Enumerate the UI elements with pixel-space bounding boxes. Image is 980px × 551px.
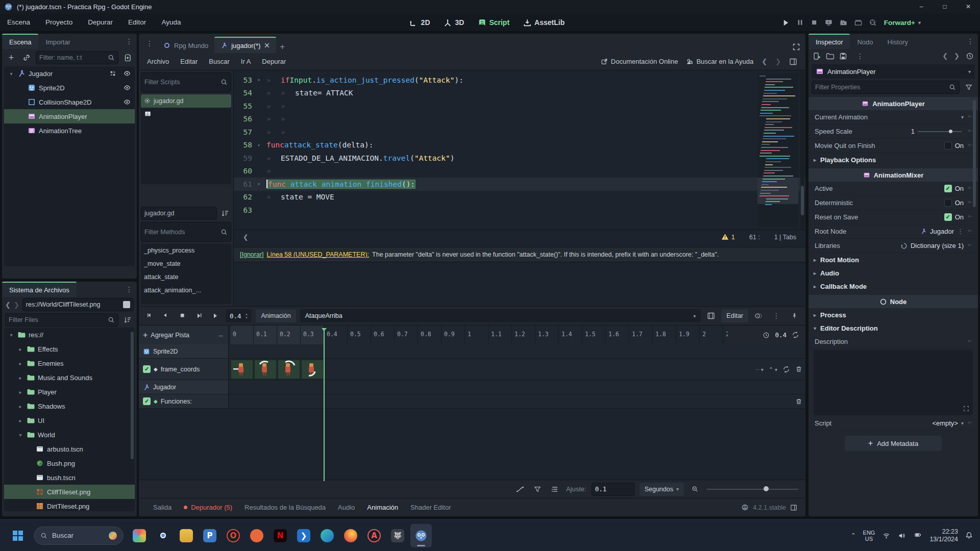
file-effects[interactable]: ▸Effects [4, 342, 135, 356]
code-scrollbar[interactable] [800, 70, 804, 230]
minimize-button[interactable]: – [910, 0, 933, 13]
add-node-button[interactable]: + [5, 52, 17, 64]
code-line-54[interactable]: 54»»state= ATTACK [234, 87, 805, 100]
method-item-attack_animation_[interactable]: attack_animation_... [141, 284, 231, 297]
play-scene-button[interactable] [840, 19, 847, 27]
loop-wrap-dropdown[interactable] [782, 365, 790, 373]
play-from-start-button[interactable] [193, 310, 205, 322]
script-tab-rpg-mundo[interactable]: Rpg Mundo [157, 37, 214, 53]
node-assign-menu-icon[interactable]: ⋮ [957, 228, 964, 235]
track-framecoords[interactable]: ✓◆frame_coords ·· ▾ ⌃ ▾ [139, 359, 805, 380]
expand-icon[interactable] [963, 406, 970, 412]
animation-name-dropdown[interactable]: AtaqueArriba ▾ [300, 309, 701, 322]
track-sprite2d[interactable]: Sprite2D [139, 344, 805, 359]
file-enemies[interactable]: ▸Enemies [4, 356, 135, 370]
bottom-tab-salida[interactable]: Salida [147, 498, 178, 516]
code-line-63[interactable]: 63 [234, 204, 805, 217]
property-filter-menu-icon[interactable] [963, 81, 975, 93]
stop-animation-button[interactable] [177, 310, 189, 322]
code-line-58[interactable]: 58▾func attack_state(delta): [234, 139, 805, 152]
taskbar-app-file-explorer[interactable] [176, 524, 197, 547]
group-process[interactable]: ▸Process [808, 308, 978, 321]
inspector-scrollbar[interactable] [973, 95, 977, 551]
interpolation-mode-dropdown[interactable]: ⌃ ▾ [769, 366, 777, 372]
property-deterministic[interactable]: DeterministicOn [808, 196, 978, 210]
method-item-_move_state[interactable]: _move_state [141, 257, 231, 270]
taskbar-app-firefox[interactable] [340, 524, 361, 547]
keyframe-thumbnail[interactable] [301, 360, 324, 379]
filesystem-menu-icon[interactable]: ⋮ [121, 285, 137, 293]
script-menu-buscar[interactable]: Buscar [209, 58, 229, 65]
code-line-61[interactable]: 61▾func attack_animation_finished(): [234, 178, 805, 191]
code-line-59[interactable]: 59»ESTADO_DE_LA_ANIMACION.travel("Attack… [234, 152, 805, 165]
inspector-forward-icon[interactable]: ❯ [954, 52, 960, 60]
switcher-3d[interactable]: 3D [444, 18, 464, 27]
scene-node-sprite2d[interactable]: Sprite2D [4, 81, 135, 95]
tab-importar[interactable]: Importar [38, 34, 77, 49]
scene-node-animationtree[interactable]: AnimationTree [4, 123, 135, 138]
group-editor-description[interactable]: ▾Editor Description [808, 321, 978, 335]
script-menu-depurar[interactable]: Depurar [262, 58, 286, 65]
menu-depurar[interactable]: Depurar [88, 18, 113, 26]
script-menu-ir-a[interactable]: Ir A [241, 58, 251, 65]
code-line-55[interactable]: 55»» [234, 99, 805, 113]
zoom-out-icon[interactable] [689, 483, 701, 495]
animation-position-spinbox[interactable]: 0.4 ▴▾ [226, 309, 252, 322]
trash-icon[interactable] [795, 398, 802, 405]
search-help-button[interactable]: Buscar en la Ayuda [686, 58, 753, 65]
attach-script-button[interactable] [121, 52, 134, 64]
stop-button[interactable] [811, 19, 818, 26]
bottom-tab-depurador-5-[interactable]: Depurador (5) [178, 498, 238, 516]
new-resource-icon[interactable] [813, 52, 821, 60]
renderer-dropdown[interactable]: Forward+ ▾ [884, 19, 921, 27]
taskbar-app-app-a[interactable]: A [363, 524, 385, 547]
close-icon[interactable] [264, 42, 270, 48]
bottom-tab-shader-editor[interactable]: Shader Editor [404, 498, 457, 516]
tab-sistema-de-archivos[interactable]: Sistema de Archivos [2, 282, 77, 297]
animation-length-value[interactable]: 0.4 [775, 331, 787, 339]
ignore-warning-link[interactable]: [Ignorar] [240, 251, 264, 258]
timeline-ruler[interactable]: 00.10.20.30.40.50.60.70.80.911.11.21.31.… [229, 325, 728, 344]
start-button[interactable] [7, 524, 29, 547]
animation-edit-button[interactable]: Editar [721, 309, 748, 322]
new-scene-tab-button[interactable]: + [276, 41, 288, 53]
track-funciones[interactable]: ✓◆Funciones: [139, 394, 805, 409]
menu-escena[interactable]: Escena [7, 18, 30, 26]
sort-files-button[interactable] [121, 314, 134, 326]
code-minimap[interactable] [757, 73, 798, 227]
warning-message-bar[interactable]: [Ignorar] Línea 58 (UNUSED_PARAMETER): T… [234, 247, 805, 262]
tab-history[interactable]: History [880, 34, 915, 49]
checkbox[interactable] [944, 199, 952, 207]
file-clifftileset-png[interactable]: CliffTileset.png [4, 485, 135, 499]
inspector-back-icon[interactable]: ❮ [942, 52, 948, 60]
tab-escena[interactable]: Escena [2, 34, 38, 49]
language-indicator[interactable]: ENGUS [863, 530, 875, 542]
filesystem-scrollbar[interactable] [131, 332, 134, 459]
code-line-57[interactable]: 57»» [234, 126, 805, 139]
file-bush-tscn[interactable]: bush.tscn [4, 470, 135, 485]
file-arbusto-tscn[interactable]: arbusto.tscn [4, 442, 135, 456]
scene-dock-menu-icon[interactable]: ⋮ [121, 37, 137, 45]
track-enabled-checkbox[interactable]: ✓ [143, 397, 151, 405]
doc-item[interactable]: DOC [141, 108, 231, 121]
speed-scale-slider[interactable] [918, 131, 962, 132]
history-forward-icon[interactable]: ❯ [14, 301, 19, 309]
pause-button[interactable] [797, 19, 804, 26]
loop-icon[interactable] [792, 331, 799, 339]
property-root-node[interactable]: Root NodeJugador⋮ [808, 224, 978, 239]
switcher-assetlib[interactable]: AssetLib [523, 18, 565, 27]
scene-tabs-menu-icon[interactable]: ⋮ [142, 39, 157, 47]
filesystem-path[interactable]: res://World/CliffTileset.png [22, 298, 134, 311]
track-jugador[interactable]: Jugador [139, 380, 805, 394]
script-menu-archivo[interactable]: Archivo [147, 58, 169, 65]
load-resource-icon[interactable] [826, 52, 834, 60]
group-tracks-icon[interactable] [549, 483, 561, 495]
play-custom-scene-button[interactable] [854, 19, 862, 27]
sort-methods-button[interactable] [219, 207, 231, 219]
eye-icon[interactable] [124, 84, 131, 91]
code-line-60[interactable]: 60» [234, 165, 805, 178]
property-movie-quit-on-finish[interactable]: Movie Quit on FinishOn [808, 139, 978, 153]
scene-filter-input[interactable]: Filter: name, t:t [36, 51, 118, 64]
group-playback-options[interactable]: ▸Playback Options [808, 153, 978, 166]
method-item-_physics_process[interactable]: _physics_process [141, 244, 231, 257]
